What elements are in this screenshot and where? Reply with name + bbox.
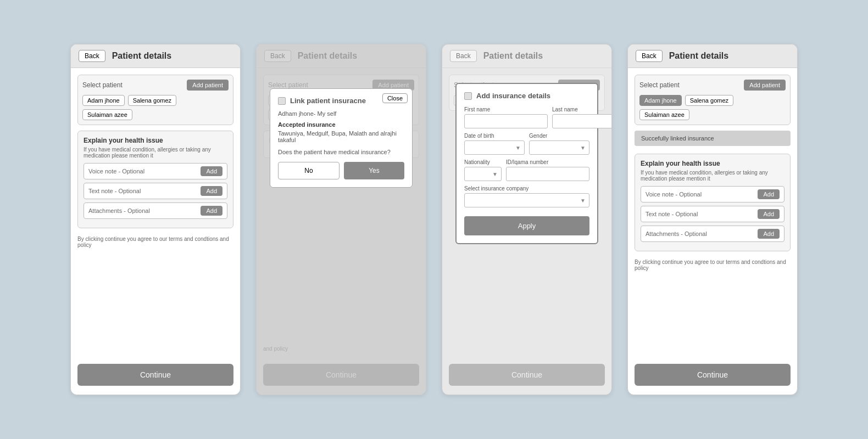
screen3-form-row-dob: Date of birth ▼ Gender ▼ [464,133,589,155]
screen3-nationality-arrow-icon: ▼ [492,171,498,177]
screen2-modal-checkbox[interactable] [278,97,286,105]
screen4-success-banner: Succefully linked insurance [635,131,791,146]
screen1-patient-header: Select patient Add patient [82,80,229,91]
screen4-attachments-label: Attachments - Optional [646,230,707,237]
screen1-voice-note-label: Voice note - Optional [88,168,144,175]
screen3-modal-title-row: Add insurance details [464,92,589,100]
screen2-modal-no-button[interactable]: No [278,162,340,179]
screen1-terms: By clicking continue you agree to our te… [77,234,233,250]
screen3-form-row-name: First name Last name [464,106,589,128]
screen1-body: Select patient Add patient Adam jhone Sa… [71,68,240,395]
screen1-select-label: Select patient [82,81,123,89]
screen4-terms: By clicking continue you agree to our te… [635,257,791,273]
screen4-continue-button[interactable]: Continue [635,364,791,386]
screen3-nationality-select[interactable]: ▼ [464,167,502,181]
screen1-attachments-add-button[interactable]: Add [201,206,222,216]
screen-2: Back Patient details Select patient Add … [256,44,426,395]
screen2-modal-insurance-list: Tawuniya, Medgulf, Bupa, Malath and alra… [278,130,404,143]
screens-container: Back Patient details Select patient Add … [54,22,814,417]
screen1-title: Patient details [112,51,171,61]
screen2-modal-actions: No Yes [278,162,404,179]
screen2-modal-insurance-title: Accepted insurance [278,121,404,128]
screen4-health-desc: If you have medical condition, allergies… [641,170,784,182]
screen2-modal-yes-button[interactable]: Yes [344,162,404,179]
screen4-health-section: Explain your health issue If you have me… [635,154,791,251]
screen4-text-add-button[interactable]: Add [758,209,780,219]
screen2-modal-close-button[interactable]: Close [382,93,408,103]
screen1-text-note-row: Text note - Optional Add [84,183,227,199]
screen1-patient-section: Select patient Add patient Adam jhone Sa… [77,75,233,125]
screen1-health-section: Explain your health issue If you have me… [77,131,233,228]
screen1-header: Back Patient details [71,44,240,68]
screen4-patient-header: Select patient Add patient [639,80,786,91]
screen-1: Back Patient details Select patient Add … [70,44,241,395]
screen1-attachments-label: Attachments - Optional [88,207,150,214]
screen2-modal-title: Link patient insuracne [290,97,366,105]
screen1-back-button[interactable]: Back [79,50,105,62]
screen3-dob-arrow-icon: ▼ [515,145,521,151]
screen3-gender-group: Gender ▼ [529,133,589,155]
screen3-first-name-label: First name [464,106,548,112]
screen4-voice-add-button[interactable]: Add [758,189,780,199]
screen1-chip-adam[interactable]: Adam jhone [82,95,125,106]
screen1-health-desc: If you have medical condition, allergies… [84,147,227,159]
screen-4: Back Patient details Select patient Add … [627,44,798,395]
screen3-modal-checkbox[interactable] [464,92,472,100]
screen4-patient-chips: Adam jhone Salena gomez Sulaiman azee [639,95,786,120]
screen3-id-label: ID/Iqama number [506,159,589,165]
screen4-voice-note-label: Voice note - Optional [646,191,702,198]
screen1-chip-salena[interactable]: Salena gomez [128,95,176,106]
screen1-health-title: Explain your health issue [84,137,227,144]
screen4-select-label: Select patient [639,81,680,89]
screen4-back-button[interactable]: Back [636,50,663,62]
screen2-modal-patient-name: Adham jhone- My self [278,110,404,117]
screen3-company-select[interactable]: ▼ [464,193,589,207]
screen3-gender-arrow-icon: ▼ [580,145,586,151]
screen4-attachments-add-button[interactable]: Add [758,229,780,239]
screen1-voice-add-button[interactable]: Add [201,166,222,176]
screen4-header: Back Patient details [628,44,797,68]
screen1-chip-sulaiman[interactable]: Sulaiman azee [82,109,132,120]
screen3-dob-label: Date of birth [464,133,525,139]
screen3-company-group: Select insurance company ▼ [464,185,589,207]
screen3-last-name-label: Last name [552,106,612,112]
screen3-gender-select[interactable]: ▼ [529,140,589,155]
screen4-text-note-label: Text note - Optional [646,211,698,217]
screen4-patient-section: Select patient Add patient Adam jhone Sa… [635,75,791,125]
screen3-dob-group: Date of birth ▼ [464,133,525,155]
screen2-modal-question: Does the patient have medical insurance? [278,149,404,155]
screen1-attachments-row: Attachments - Optional Add [84,202,227,219]
screen1-patient-chips: Adam jhone Salena gomez Sulaiman azee [82,95,229,120]
screen1-text-add-button[interactable]: Add [201,186,222,196]
screen3-nationality-group: Nationality ▼ [464,159,502,181]
screen3-id-group: ID/Iqama number [506,159,589,181]
screen2-modal-overlay: Close Link patient insuracne Adham jhone… [257,44,426,395]
screen4-add-patient-button[interactable]: Add patient [744,80,786,91]
screen3-company-arrow-icon: ▼ [580,198,586,204]
screen1-text-note-label: Text note - Optional [88,188,141,194]
screen3-form-row-nationality: Nationality ▼ ID/Iqama number [464,159,589,181]
screen1-add-patient-button[interactable]: Add patient [187,80,229,91]
screen4-chip-sulaiman[interactable]: Sulaiman azee [639,109,689,120]
screen3-nationality-label: Nationality [464,159,502,165]
screen4-health-title: Explain your health issue [641,160,784,167]
screen3-modal-overlay: Add insurance details First name Last na… [442,44,611,395]
screen3-insurance-modal: Add insurance details First name Last na… [455,83,598,244]
screen1-continue-button[interactable]: Continue [77,364,233,386]
screen3-first-name-input[interactable] [464,114,548,128]
screen3-last-name-group: Last name [552,106,612,128]
screen2-modal: Close Link patient insuracne Adham jhone… [270,88,413,188]
screen3-modal-title: Add insurance details [476,92,550,100]
screen3-first-name-group: First name [464,106,548,128]
screen4-chip-salena[interactable]: Salena gomez [685,95,733,106]
screen3-id-input[interactable] [506,167,589,181]
screen3-dob-select[interactable]: ▼ [464,140,525,155]
screen1-voice-note-row: Voice note - Optional Add [84,163,227,179]
screen4-body: Select patient Add patient Adam jhone Sa… [628,68,797,395]
screen4-title: Patient details [669,51,728,61]
screen3-apply-button[interactable]: Apply [464,216,589,235]
screen3-gender-label: Gender [529,133,589,139]
screen3-last-name-input[interactable] [552,114,612,128]
screen4-text-note-row: Text note - Optional Add [641,206,784,222]
screen4-chip-adam[interactable]: Adam jhone [639,95,682,106]
